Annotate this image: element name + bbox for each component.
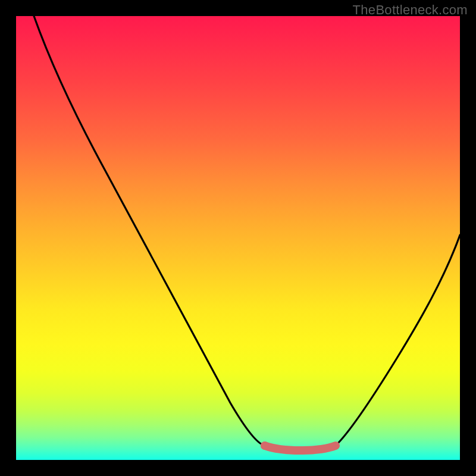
flat-start-marker xyxy=(261,441,269,450)
chart-svg xyxy=(16,16,460,460)
right-curve xyxy=(336,235,460,446)
left-curve xyxy=(34,16,265,446)
flat-segment xyxy=(265,446,336,450)
watermark-text: TheBottleneck.com xyxy=(353,2,468,18)
plot-area xyxy=(16,16,460,460)
chart-frame: TheBottleneck.com xyxy=(0,0,476,476)
